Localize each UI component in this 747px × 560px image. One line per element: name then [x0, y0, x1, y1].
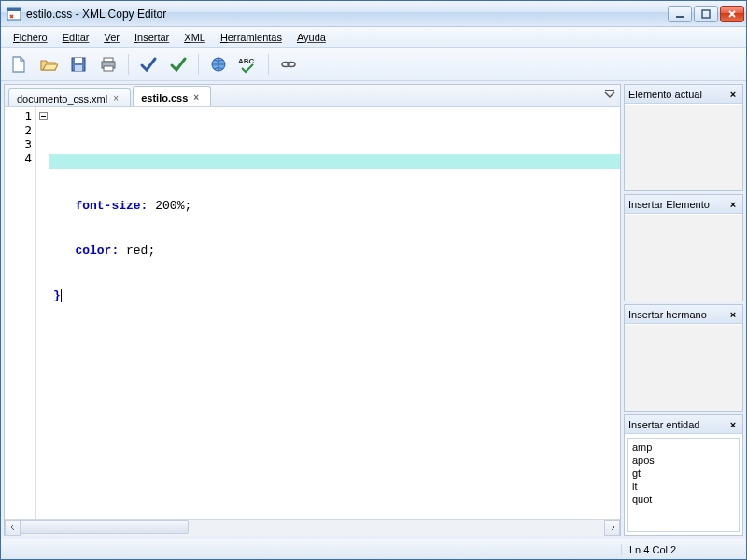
panel-body: [625, 104, 742, 190]
svg-text:ABC: ABC: [238, 57, 255, 65]
code-brace: }: [53, 288, 61, 302]
svg-point-13: [288, 62, 295, 66]
panel-close-icon[interactable]: ×: [727, 309, 739, 320]
panel-title: Insertar Elemento: [628, 199, 727, 210]
new-file-button[interactable]: [7, 52, 31, 77]
menu-xml[interactable]: XML: [177, 30, 212, 45]
current-line-highlight: [49, 154, 620, 169]
tabs-overflow-button[interactable]: [603, 88, 616, 101]
panel-insert-element: Insertar Elemento ×: [624, 194, 743, 301]
menu-herramientas[interactable]: Herramientas: [214, 30, 289, 45]
line-number: 3: [5, 137, 32, 151]
scroll-right-button[interactable]: [604, 520, 620, 536]
link-button[interactable]: [276, 52, 301, 77]
svg-rect-1: [7, 8, 21, 11]
code-area[interactable]: ejemplo { font-size: 200%; color: red; }: [49, 107, 620, 519]
entity-item[interactable]: apos: [630, 454, 737, 467]
minimize-button[interactable]: [668, 6, 692, 22]
window-title: estilo.css - XML Copy Editor: [26, 7, 668, 21]
spellcheck-button[interactable]: ABC: [236, 52, 261, 77]
toolbar-separator: [128, 54, 129, 75]
code-value: red;: [119, 244, 155, 258]
panel-current-element: Elemento actual ×: [624, 84, 743, 191]
check-blue-button[interactable]: [136, 52, 161, 77]
entity-item[interactable]: gt: [630, 467, 737, 480]
maximize-button[interactable]: [694, 6, 718, 22]
panel-close-icon[interactable]: ×: [727, 419, 739, 430]
tab-estilo-css[interactable]: estilo.css ×: [133, 86, 211, 106]
svg-rect-3: [702, 10, 710, 18]
svg-rect-14: [605, 90, 614, 91]
tab-label: estilo.css: [141, 92, 188, 104]
entity-item[interactable]: amp: [630, 441, 737, 454]
svg-rect-6: [75, 65, 82, 71]
titlebar: estilo.css - XML Copy Editor: [1, 1, 746, 27]
svg-rect-2: [676, 16, 684, 18]
svg-rect-7: [104, 58, 113, 62]
scroll-left-button[interactable]: [5, 520, 21, 536]
line-number: 1: [5, 109, 32, 123]
toolbar: ABC: [1, 48, 746, 81]
line-gutter: 1 2 3 4: [5, 107, 36, 519]
panel-close-icon[interactable]: ×: [727, 199, 739, 210]
svg-rect-9: [104, 66, 113, 71]
panel-body: [625, 324, 742, 411]
panel-close-icon[interactable]: ×: [727, 89, 739, 100]
panel-title: Insertar hermano: [628, 309, 727, 320]
toolbar-separator: [268, 54, 269, 75]
code-property: color:: [75, 244, 119, 258]
menu-insertar[interactable]: Insertar: [128, 30, 176, 45]
entity-item[interactable]: quot: [630, 493, 737, 506]
menu-editar[interactable]: Editar: [56, 30, 96, 45]
status-cursor-position: Ln 4 Col 2: [621, 544, 740, 555]
open-file-button[interactable]: [36, 52, 61, 77]
browser-button[interactable]: [206, 52, 231, 77]
entity-item[interactable]: lt: [630, 480, 737, 493]
svg-rect-5: [75, 58, 82, 63]
tab-documento-css-xml[interactable]: documento_css.xml ×: [8, 88, 131, 106]
app-icon: [7, 7, 21, 21]
check-green-button[interactable]: [166, 52, 190, 77]
tab-close-icon[interactable]: ×: [113, 94, 122, 104]
close-button[interactable]: [720, 6, 744, 22]
code-value: 200%;: [148, 199, 191, 213]
panel-body: amp apos gt lt quot: [625, 434, 742, 535]
menubar: Fichero Editar Ver Insertar XML Herramie…: [1, 27, 746, 48]
scroll-track[interactable]: [21, 520, 604, 536]
text-cursor: [61, 289, 62, 302]
tab-close-icon[interactable]: ×: [193, 93, 203, 103]
line-number: 4: [5, 151, 32, 165]
menu-fichero[interactable]: Fichero: [7, 30, 54, 45]
tabstrip: documento_css.xml × estilo.css ×: [5, 85, 620, 107]
panel-body: [625, 214, 742, 301]
menu-ver[interactable]: Ver: [97, 30, 126, 45]
horizontal-scrollbar[interactable]: [5, 519, 620, 535]
save-button[interactable]: [66, 52, 91, 77]
fold-toggle-icon[interactable]: [39, 112, 48, 120]
tab-label: documento_css.xml: [17, 93, 107, 105]
panel-title: Elemento actual: [628, 89, 727, 100]
toolbar-separator: [198, 54, 199, 75]
menu-ayuda[interactable]: Ayuda: [290, 30, 332, 45]
statusbar: Ln 4 Col 2: [1, 539, 746, 559]
panel-title: Insertar entidad: [628, 419, 727, 430]
panel-insert-sibling: Insertar hermano ×: [624, 304, 743, 412]
scroll-thumb[interactable]: [21, 520, 189, 534]
line-number: 2: [5, 123, 32, 137]
fold-column: [36, 107, 49, 519]
editor[interactable]: 1 2 3 4 ejemplo { font-size: 200%; color…: [5, 107, 620, 519]
panel-insert-entity: Insertar entidad × amp apos gt lt quot: [624, 414, 743, 536]
print-button[interactable]: [96, 52, 120, 77]
entity-list[interactable]: amp apos gt lt quot: [627, 438, 740, 532]
code-property: font-size:: [75, 199, 148, 213]
